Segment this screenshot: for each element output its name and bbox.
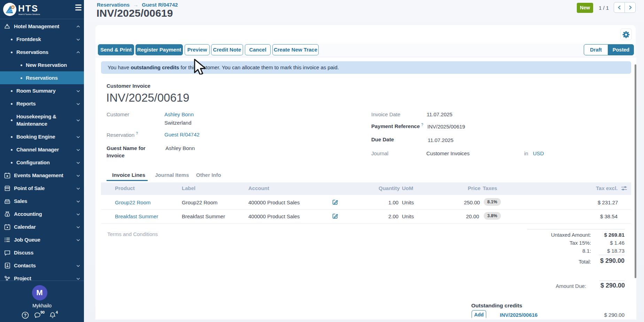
svg-text:?: ? xyxy=(24,313,26,318)
svg-text:$: $ xyxy=(7,213,8,216)
